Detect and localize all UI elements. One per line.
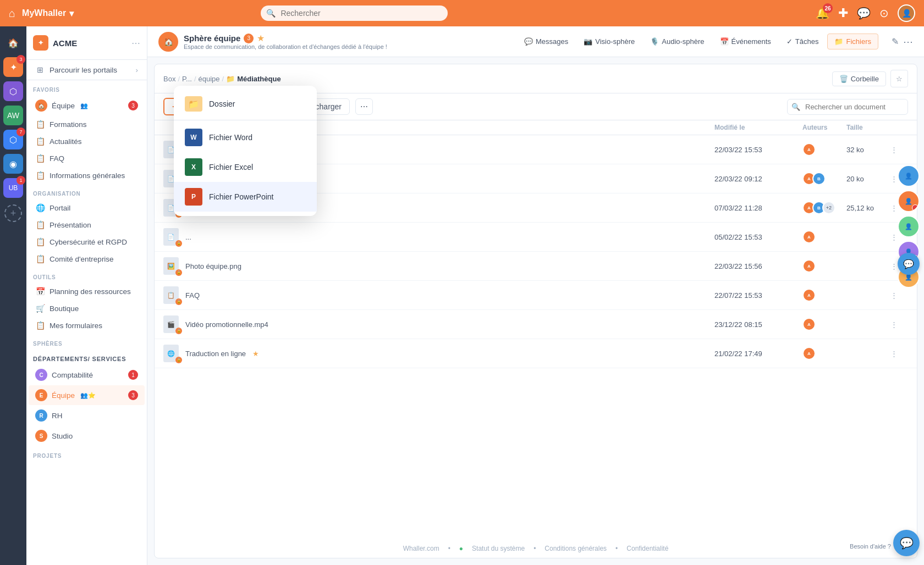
more-icon[interactable]: ⋯ — [903, 36, 913, 48]
sidebar-item-comptabilite[interactable]: C Comptabilité 1 — [29, 365, 145, 385]
right-avatar-3[interactable]: 👤 — [898, 215, 920, 237]
dropdown-item-dossier[interactable]: 📁 Dossier — [174, 90, 317, 118]
sidebar-item-equipe[interactable]: 🏠 Équipe 👥 3 — [29, 96, 145, 115]
table-row[interactable]: 📋 🔒 FAQ 22/07/22 15:53 A ⋮ — [155, 281, 917, 310]
file-more[interactable]: ⋮ — [890, 320, 908, 329]
footer-confidentialite[interactable]: Confidentialité — [626, 545, 668, 552]
trash-button[interactable]: 🗑️ Corbeille — [832, 71, 886, 86]
file-more[interactable]: ⋮ — [890, 146, 908, 154]
sidebar-item-planning[interactable]: 📅 Planning des ressources — [29, 283, 145, 300]
file-modified: 07/03/22 11:28 — [714, 204, 802, 212]
actualites-icon: 📋 — [35, 137, 45, 146]
rail-add-button[interactable]: + — [4, 204, 22, 222]
rail-badge-1: 3 — [16, 55, 25, 64]
section-departements: DÉPARTEMENTS/ SERVICES — [26, 349, 147, 364]
table-row[interactable]: 📄 🔒 ... 05/02/22 15:53 A ⋮ — [155, 223, 917, 252]
footer-status[interactable]: Statut du système — [472, 545, 525, 552]
sphere-nav-actions: ✎ ⋯ — [892, 36, 913, 48]
user-avatar[interactable]: 👤 — [898, 4, 915, 22]
sidebar-item-faq[interactable]: 📋 FAQ — [29, 150, 145, 167]
sidebar-item-boutique[interactable]: 🛒 Boutique — [29, 300, 145, 317]
equipe-dept-label: Équipe — [52, 391, 75, 400]
rail-icon-blue2[interactable]: ◉ — [3, 154, 23, 174]
nav-visio[interactable]: 📷 Visio-sphère — [577, 34, 641, 49]
sidebar-item-infos[interactable]: 📋 Informations générales — [29, 167, 145, 184]
brand-name[interactable]: MyWhaller ▾ — [22, 8, 74, 19]
sidebar-item-studio[interactable]: S Studio — [29, 426, 145, 446]
file-more[interactable]: ⋮ — [890, 350, 908, 358]
home-icon[interactable]: ⌂ — [9, 7, 15, 20]
files-search-input[interactable] — [787, 99, 908, 115]
edit-icon[interactable]: ✎ — [892, 36, 899, 47]
breadcrumb-box[interactable]: Box — [163, 75, 175, 83]
rail-icon-green[interactable]: AW — [3, 106, 23, 125]
settings-icon[interactable]: ⊙ — [879, 7, 889, 20]
notifications-button[interactable]: 🔔 26 — [816, 7, 829, 20]
author-avatars: A — [802, 347, 846, 360]
more-options-button[interactable]: ⋯ — [355, 98, 373, 115]
section-organisation: ORGANISATION — [26, 184, 147, 199]
sidebar-item-presentation[interactable]: 📋 Présentation — [29, 217, 145, 233]
messages-icon: 💬 — [524, 37, 533, 46]
sidebar: ✦ ACME ⋯ ⊞ Parcourir les portails › FAVO… — [26, 26, 147, 565]
rail-icon-purple[interactable]: ⬡ — [3, 81, 23, 101]
dropdown-item-word[interactable]: W Fichier Word — [174, 123, 317, 152]
support-button[interactable]: 💬 — [893, 530, 920, 556]
equipe-dot: 🏠 — [35, 99, 47, 112]
trash-icon: 🗑️ — [839, 75, 848, 83]
sphere-star-icon: ★ — [257, 33, 265, 43]
messages-label: Messages — [536, 37, 568, 46]
chat-icon[interactable]: 💬 — [857, 7, 871, 20]
rail-icon-orange[interactable]: ✦ 3 — [3, 57, 23, 77]
sidebar-browse-portals[interactable]: ⊞ Parcourir les portails › — [26, 60, 147, 80]
chat-float-icon[interactable]: 💬 — [898, 253, 920, 275]
right-avatar-1[interactable]: 👤 — [898, 165, 920, 187]
star-button[interactable]: ☆ — [890, 70, 908, 87]
breadcrumb-equipe[interactable]: équipe — [199, 75, 220, 83]
sidebar-item-formations[interactable]: 📋 Formations — [29, 116, 145, 132]
presentation-icon: 📋 — [35, 220, 45, 229]
nav-fichiers[interactable]: 📁 Fichiers — [827, 34, 878, 49]
nav-messages[interactable]: 💬 Messages — [518, 34, 575, 49]
section-spheres: SPHÈRES — [26, 334, 147, 349]
taches-icon: ✓ — [787, 37, 793, 46]
file-badge: 🔒 — [175, 298, 182, 305]
rail-icon-home[interactable]: 🏠 — [3, 33, 23, 53]
rail-icon-indigo[interactable]: UB 1 — [3, 178, 23, 198]
dropdown-item-excel[interactable]: X Fichier Excel — [174, 152, 317, 182]
table-row[interactable]: 🖼️ 🔒 Photo équipe.png 22/03/22 15:56 A ⋮ — [155, 252, 917, 281]
file-more[interactable]: ⋮ — [890, 291, 908, 300]
equipe-label: Équipe — [52, 102, 75, 110]
sidebar-item-comite[interactable]: 📋 Comité d'entreprise — [29, 251, 145, 267]
add-button[interactable]: ✚ — [838, 6, 848, 20]
sidebar-item-actualites[interactable]: 📋 Actualités — [29, 133, 145, 149]
sphere-header: 🏠 Sphère équipe 3 ★ Espace de communicat… — [147, 26, 924, 57]
nav-evenements[interactable]: 📅 Événements — [713, 34, 778, 49]
right-avatar-2[interactable]: 👤 — [898, 190, 920, 212]
col-size: Taille — [846, 124, 890, 131]
footer-conditions[interactable]: Conditions générales — [544, 545, 607, 552]
planning-icon: 📅 — [35, 287, 45, 296]
audio-icon: 🎙️ — [650, 37, 659, 46]
rail-icon-active[interactable]: ⬡ 7 — [3, 130, 23, 149]
sidebar-item-cyber[interactable]: 📋 Cybersécurité et RGPD — [29, 234, 145, 250]
search-input[interactable] — [261, 5, 448, 21]
nav-taches[interactable]: ✓ Tâches — [780, 34, 826, 49]
sidebar-item-rh[interactable]: R RH — [29, 406, 145, 425]
sphere-name: Sphère équipe — [184, 34, 240, 43]
sidebar-item-formulaires[interactable]: 📋 Mes formulaires — [29, 317, 145, 334]
table-row[interactable]: 🌐 🔒 Traduction en ligne ★ 21/02/22 17:49… — [155, 339, 917, 368]
files-search-icon: 🔍 — [791, 103, 800, 111]
fichiers-label: Fichiers — [846, 37, 871, 46]
nav-audio[interactable]: 🎙️ Audio-sphère — [644, 34, 711, 49]
footer-whaller[interactable]: Whaller.com — [403, 545, 439, 552]
comptabilite-badge: 1 — [128, 370, 138, 380]
breadcrumb-p[interactable]: P... — [182, 75, 192, 83]
sidebar-item-portail[interactable]: 🌐 Portail — [29, 200, 145, 216]
table-row[interactable]: 🎬 🔒 Vidéo promotionnelle.mp4 23/12/22 08… — [155, 310, 917, 339]
comptabilite-label: Comptabilité — [52, 371, 93, 379]
dropdown-item-ppt[interactable]: P Fichier PowerPoint — [174, 182, 317, 212]
file-modified: 22/07/22 15:53 — [714, 291, 802, 300]
sidebar-menu-icon[interactable]: ⋯ — [131, 38, 140, 48]
sidebar-item-equipe-dept[interactable]: E Équipe 👥⭐ 3 — [29, 385, 145, 405]
